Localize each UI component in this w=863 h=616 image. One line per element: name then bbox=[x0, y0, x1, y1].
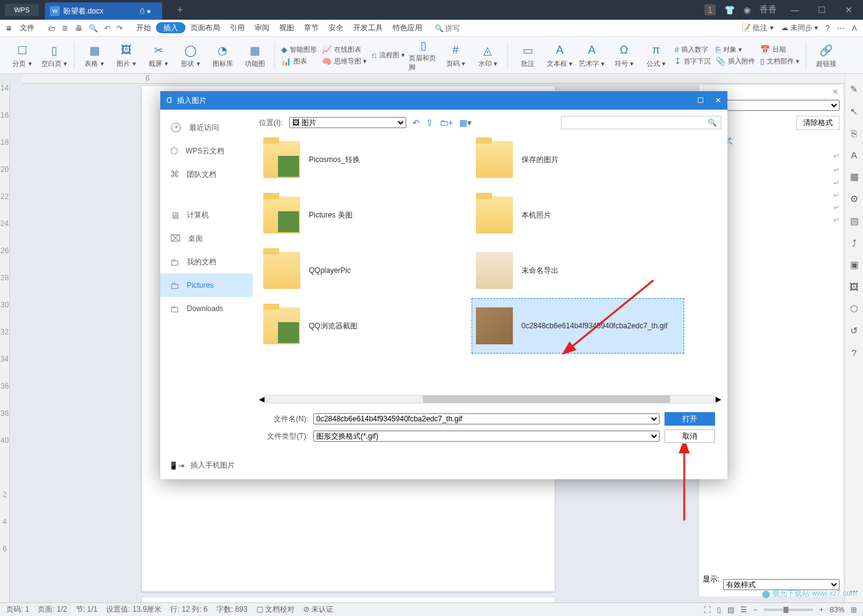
settings-icon[interactable]: ⚙ bbox=[850, 193, 858, 205]
filename-input[interactable]: 0c2848cb6e614b4f9345940fcba2edc7_th.gif bbox=[313, 413, 660, 424]
ribbon-图标库[interactable]: ◔图标库 bbox=[208, 39, 237, 72]
sidebar-我的文档[interactable]: 🗀我的文档 bbox=[160, 250, 253, 274]
menu-插入[interactable]: 插入 bbox=[156, 22, 186, 33]
scroll-right-icon[interactable]: ▶ bbox=[716, 395, 721, 403]
file-QQ浏览器截图[interactable]: QQ浏览器截图 bbox=[259, 298, 472, 354]
apparel-icon[interactable]: 👕 bbox=[724, 5, 735, 15]
help-button[interactable]: ? bbox=[825, 24, 830, 33]
sidebar-Downloads[interactable]: 🗀Downloads bbox=[160, 297, 253, 320]
menu-页面布局[interactable]: 页面布局 bbox=[186, 23, 225, 32]
fullscreen-icon[interactable]: ⛶ bbox=[703, 606, 711, 614]
status-⊘ 未认证[interactable]: ⊘ 未认证 bbox=[303, 604, 333, 615]
user-name[interactable]: 香香 bbox=[759, 4, 777, 15]
layout-icon[interactable]: ▤ bbox=[850, 216, 859, 227]
zoom-out-button[interactable]: − bbox=[753, 606, 758, 614]
menu-开始[interactable]: 开始 bbox=[131, 23, 156, 32]
ribbon-插入数字[interactable]: #插入数字 bbox=[674, 45, 711, 54]
dialog-close-button[interactable]: ✕ bbox=[715, 96, 721, 105]
status-行: 12  列: 6[interactable]: 行: 12 列: 6 bbox=[170, 604, 208, 615]
view-page-icon[interactable]: ▯ bbox=[717, 606, 721, 614]
dialog-search[interactable]: 🔍 bbox=[561, 116, 721, 129]
sync-status[interactable]: ☁ 未同步 ▾ bbox=[781, 23, 819, 33]
file-Pictures 美图[interactable]: Pictures 美图 bbox=[259, 187, 472, 243]
search-icon[interactable]: 🔍 bbox=[708, 118, 717, 127]
status-字数: 893[interactable]: 字数: 893 bbox=[216, 604, 248, 615]
menu-开发工具[interactable]: 开发工具 bbox=[348, 23, 388, 32]
ribbon-分页 ▾[interactable]: ☐分页 ▾ bbox=[7, 39, 37, 72]
dialog-maximize-button[interactable]: ☐ bbox=[697, 96, 704, 105]
file-保存的图片[interactable]: 保存的图片 bbox=[472, 132, 684, 187]
ribbon-艺术字 ▾[interactable]: A艺术字 ▾ bbox=[577, 39, 607, 72]
notification-badge[interactable]: 1 bbox=[705, 4, 716, 15]
user-avatar-icon[interactable]: ◉ bbox=[743, 5, 751, 15]
zoom-in-button[interactable]: + bbox=[819, 606, 824, 614]
ribbon-符号 ▾[interactable]: Ω符号 ▾ bbox=[609, 39, 639, 72]
question-icon[interactable]: ? bbox=[851, 347, 856, 358]
clear-format-button[interactable]: 清除格式 bbox=[796, 116, 840, 130]
ribbon-页眉和页脚[interactable]: ▯页眉和页脚 bbox=[409, 39, 438, 72]
sidebar-WPS云文档[interactable]: ⬡WPS云文档 bbox=[160, 139, 253, 163]
filetype-select[interactable]: 图形交换格式(*.gif) bbox=[313, 431, 660, 442]
ribbon-功能图[interactable]: ▦功能图 bbox=[240, 39, 269, 72]
menu-file[interactable]: 文件 bbox=[15, 23, 39, 33]
dialog-search-input[interactable] bbox=[565, 118, 708, 127]
status-节: 1/1[interactable]: 节: 1/1 bbox=[76, 604, 97, 615]
insert-phone-image[interactable]: 📱⇥ 插入手机图片 bbox=[160, 452, 727, 479]
scroll-thumb[interactable] bbox=[423, 395, 671, 403]
sidebar-计算机[interactable]: 🖥计算机 bbox=[160, 203, 253, 227]
document-tab[interactable]: W 盼望着.docx ⎙ ● bbox=[45, 2, 162, 20]
apps-icon[interactable]: ⊞ bbox=[851, 606, 857, 614]
file-QQplayerPic[interactable]: QQplayerPic bbox=[259, 243, 472, 298]
ribbon-插入附件[interactable]: 📎插入附件 bbox=[716, 57, 755, 66]
search-input[interactable] bbox=[445, 24, 507, 33]
ribbon-智能图形[interactable]: ◆智能图形 bbox=[281, 45, 317, 54]
status-页码: 1[interactable]: 页码: 1 bbox=[6, 604, 29, 615]
menu-章节[interactable]: 章节 bbox=[299, 23, 324, 32]
qat-save-icon[interactable]: 🗎 bbox=[62, 24, 69, 33]
file-本机照片[interactable]: 本机照片 bbox=[472, 187, 684, 243]
ribbon-空白页 ▾[interactable]: ▯空白页 ▾ bbox=[39, 39, 69, 72]
sidebar-桌面[interactable]: ⌧桌面 bbox=[160, 227, 253, 250]
ribbon-流程图 ▾[interactable]: ⎌流程图 ▾ bbox=[372, 51, 405, 60]
share-icon[interactable]: ⤴ bbox=[852, 238, 857, 248]
table-icon[interactable]: ▦ bbox=[850, 171, 859, 182]
status-页面: 1/2[interactable]: 页面: 1/2 bbox=[38, 604, 67, 615]
close-panel-icon[interactable]: ✕ bbox=[832, 87, 838, 96]
ribbon-表格 ▾[interactable]: ▦表格 ▾ bbox=[80, 39, 109, 72]
file-未命名导出[interactable]: 未命名导出 bbox=[472, 243, 684, 298]
view-web-icon[interactable]: ▤ bbox=[727, 606, 734, 614]
ribbon-思维导图 ▾[interactable]: 🧠思维导图 ▾ bbox=[322, 57, 367, 66]
select-tool-icon[interactable]: ↖ bbox=[850, 106, 858, 117]
up-icon[interactable]: ⇧ bbox=[426, 118, 433, 128]
back-icon[interactable]: ↶ bbox=[412, 118, 420, 128]
scroll-left-icon[interactable]: ◀ bbox=[259, 395, 264, 403]
ribbon-截屏 ▾[interactable]: ✂截屏 ▾ bbox=[144, 39, 173, 72]
ribbon-批注[interactable]: ▭批注 bbox=[513, 39, 542, 72]
annot-mode[interactable]: 📝 批注 ▾ bbox=[742, 23, 774, 33]
ribbon-日期[interactable]: 📅日期 bbox=[760, 45, 800, 54]
picture-icon[interactable]: 🖼 bbox=[849, 282, 859, 292]
history-icon[interactable]: ↺ bbox=[850, 325, 858, 336]
qat-redo-icon[interactable]: ↷ bbox=[117, 24, 123, 33]
ribbon-公式 ▾[interactable]: π公式 ▾ bbox=[641, 39, 671, 72]
text-aa-icon[interactable]: A bbox=[851, 150, 857, 160]
ribbon-在线图表[interactable]: 📈在线图表 bbox=[322, 45, 367, 54]
new-tab-button[interactable]: + bbox=[174, 4, 186, 15]
ribbon-水印 ▾[interactable]: ◬水印 ▾ bbox=[473, 39, 502, 72]
zoom-value[interactable]: 83% bbox=[830, 606, 845, 614]
open-button[interactable]: 打开 bbox=[665, 412, 715, 426]
ribbon-文本框 ▾[interactable]: A文本框 ▾ bbox=[545, 39, 575, 72]
menu-特色应用[interactable]: 特色应用 bbox=[388, 23, 427, 32]
status-▢ 文档校对[interactable]: ▢ 文档校对 bbox=[256, 604, 295, 615]
hamburger-icon[interactable]: ≡ bbox=[6, 23, 11, 33]
ribbon-对象 ▾[interactable]: ⎘对象 ▾ bbox=[716, 45, 755, 54]
menu-引用[interactable]: 引用 bbox=[225, 23, 250, 32]
view-outline-icon[interactable]: ☰ bbox=[740, 606, 747, 614]
collapse-ribbon-icon[interactable]: ᐱ bbox=[852, 24, 857, 33]
menu-审阅[interactable]: 审阅 bbox=[250, 23, 274, 32]
doclock-icon[interactable]: ⎘ bbox=[851, 128, 857, 139]
edit-tool-icon[interactable]: ✎ bbox=[850, 84, 858, 95]
qat-undo-icon[interactable]: ↶ bbox=[104, 24, 110, 33]
qat-preview-icon[interactable]: 🔍 bbox=[89, 24, 98, 33]
status-设置值: 13.9厘米[interactable]: 设置值: 13.9厘米 bbox=[106, 604, 162, 615]
